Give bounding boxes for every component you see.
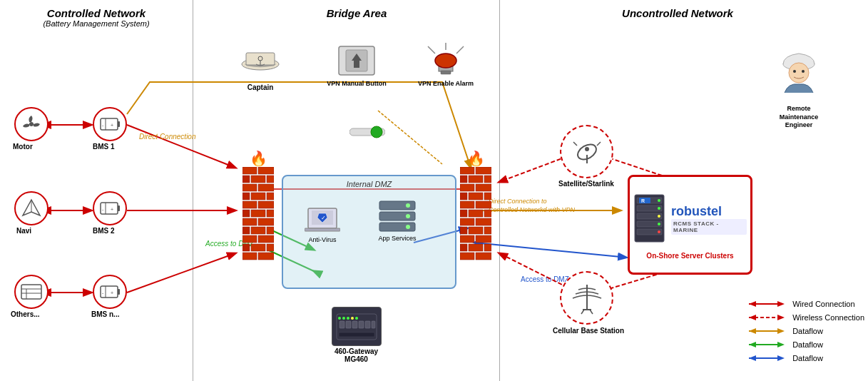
- bridge-title: Bridge Area: [221, 7, 492, 19]
- app-services-label: App Services: [376, 235, 419, 242]
- firewall-right: 🔥: [460, 150, 491, 267]
- svg-rect-35: [118, 289, 120, 295]
- svg-point-152: [342, 317, 345, 320]
- bms2-device: - +: [93, 191, 127, 225]
- svg-line-3: [127, 125, 235, 168]
- engineer-label: Remote MaintenanceEngineer: [770, 105, 827, 130]
- controlled-title: Controlled Network: [14, 7, 178, 19]
- svg-rect-26: [118, 205, 120, 211]
- svg-rect-57: [251, 227, 265, 234]
- svg-point-140: [658, 223, 660, 225]
- svg-marker-167: [777, 342, 785, 347]
- svg-point-128: [789, 63, 809, 83]
- satellite-device: [560, 125, 613, 178]
- antivirus-icon-group: ✓ Anti-Virus: [305, 198, 340, 243]
- legend: Wired Connection Wireless Connection Dat…: [749, 299, 864, 367]
- vpn-alarm-label: VPN Enable Alarm: [414, 80, 478, 88]
- svg-rect-148: [359, 321, 364, 328]
- svg-point-129: [793, 70, 796, 73]
- svg-marker-164: [777, 328, 785, 334]
- svg-rect-76: [460, 201, 474, 208]
- dmz-area: Internal DMZ ✓ Anti-Virus: [282, 175, 456, 289]
- legend-dataflow-orange-label: Dataflow: [792, 327, 823, 335]
- bms1-label: BMS 1: [93, 143, 115, 151]
- svg-marker-158: [777, 301, 785, 307]
- svg-rect-44: [242, 184, 257, 191]
- svg-line-15: [378, 111, 442, 164]
- svg-line-5: [127, 253, 235, 293]
- svg-rect-84: [469, 227, 483, 234]
- captain-group: Captain: [235, 43, 285, 91]
- svg-rect-145: [339, 321, 344, 328]
- svg-marker-161: [777, 315, 785, 320]
- svg-point-17: [29, 122, 34, 126]
- svg-rect-47: [251, 193, 265, 200]
- svg-rect-30: [21, 285, 41, 299]
- svg-rect-67: [476, 167, 491, 174]
- svg-rect-73: [460, 193, 467, 200]
- svg-text:✓: ✓: [321, 215, 326, 221]
- svg-text:Access to DMZ: Access to DMZ: [521, 275, 569, 283]
- firewall-left: 🔥: [242, 150, 274, 267]
- svg-line-114: [456, 46, 464, 54]
- motor-device: [14, 107, 48, 141]
- svg-text:+: +: [111, 207, 113, 212]
- robustel-logo: robustel: [671, 204, 747, 219]
- svg-rect-86: [460, 235, 474, 243]
- svg-text:Direct Connection: Direct Connection: [139, 133, 196, 141]
- legend-dataflow-blue: Dataflow: [749, 353, 864, 363]
- svg-point-139: [658, 215, 660, 218]
- svg-rect-65: [258, 253, 274, 260]
- svg-point-119: [575, 141, 598, 163]
- svg-rect-75: [484, 193, 491, 200]
- svg-point-102: [406, 225, 410, 229]
- svg-text:-: -: [102, 123, 104, 128]
- legend-wired-label: Wired Connection: [792, 300, 854, 308]
- controlled-subtitle: (Battery Management System): [14, 19, 178, 28]
- svg-rect-55: [258, 218, 274, 225]
- svg-rect-69: [469, 176, 483, 183]
- svg-rect-39: [242, 167, 257, 174]
- svg-rect-46: [242, 193, 250, 200]
- svg-rect-72: [476, 184, 491, 191]
- divider-left: [193, 0, 193, 381]
- svg-point-118: [371, 126, 382, 138]
- svg-point-100: [406, 214, 410, 218]
- svg-rect-70: [484, 176, 491, 183]
- bms1-device: - +: [93, 107, 127, 141]
- svg-rect-77: [476, 201, 491, 208]
- svg-point-154: [351, 317, 354, 320]
- vpn-alarm-group: VPN Enable Alarm: [414, 39, 478, 88]
- svg-rect-74: [469, 193, 483, 200]
- svg-rect-40: [258, 167, 274, 174]
- svg-text:R: R: [641, 198, 645, 203]
- svg-rect-94: [305, 228, 340, 231]
- svg-rect-110: [354, 61, 359, 68]
- legend-wired: Wired Connection: [749, 299, 864, 309]
- svg-rect-92: [476, 253, 491, 260]
- controlled-network-header: Controlled Network (Battery Management S…: [14, 7, 178, 28]
- uncontrolled-title: Uncontrolled Network: [514, 7, 842, 19]
- svg-text:Direct Connection to: Direct Connection to: [489, 198, 547, 205]
- vpn-button-group: VPN Manual Button: [325, 43, 389, 88]
- svg-marker-171: [749, 355, 756, 361]
- svg-rect-45: [258, 184, 274, 191]
- svg-rect-68: [460, 176, 467, 183]
- others-label: Others...: [11, 310, 40, 318]
- svg-point-155: [355, 317, 358, 320]
- svg-marker-170: [777, 355, 785, 361]
- svg-rect-61: [242, 244, 250, 251]
- onshore-label: On-Shore Server Clusters: [646, 252, 733, 260]
- robustel-subtitle: RCMS STACK - MARINE: [671, 219, 747, 235]
- svg-rect-146: [346, 321, 351, 328]
- svg-rect-58: [267, 227, 274, 234]
- svg-marker-168: [749, 342, 756, 347]
- svg-rect-48: [267, 193, 274, 200]
- navi-label: Navi: [16, 227, 31, 235]
- svg-rect-19: [118, 121, 120, 127]
- svg-rect-52: [251, 210, 265, 217]
- uncontrolled-header: Uncontrolled Network: [514, 7, 842, 19]
- svg-line-113: [428, 46, 435, 54]
- svg-point-112: [435, 54, 456, 68]
- legend-wireless-label: Wireless Connection: [792, 313, 864, 322]
